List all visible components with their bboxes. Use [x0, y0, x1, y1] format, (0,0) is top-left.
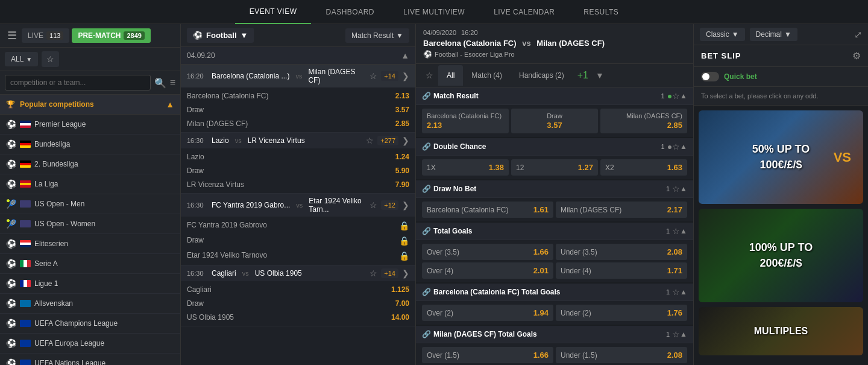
sidebar-item-us-open-men[interactable]: 🎾 US Open - Men: [0, 194, 180, 214]
odd-value[interactable]: 14.00: [391, 313, 409, 322]
odd-value[interactable]: 3.57: [395, 106, 409, 114]
bet-option[interactable]: 1X 1.38: [422, 159, 509, 176]
list-view-icon[interactable]: ≡: [170, 77, 175, 88]
match-expand-1[interactable]: ❯: [402, 71, 409, 81]
section-star-btn[interactable]: ☆: [672, 91, 680, 101]
odd-value[interactable]: 2.13: [395, 92, 409, 100]
nav-live-multiview[interactable]: LIVE MULTIVIEW: [389, 0, 479, 24]
sidebar-item-premier-league[interactable]: ⚽ Premier League: [0, 115, 180, 135]
match-row-1[interactable]: 16:20 Barcelona (Catalonia ...) vs Milan…: [181, 65, 415, 87]
sidebar-item-eliteserien[interactable]: ⚽ Eliteserien: [0, 234, 180, 254]
sidebar-item-serie-a[interactable]: ⚽ Serie A: [0, 254, 180, 274]
match-star-1[interactable]: ☆: [370, 71, 377, 81]
odd-label: Milan (DAGES CF): [187, 119, 248, 128]
flag-us-icon: [20, 200, 31, 208]
bet-opt-val: 1.76: [667, 308, 682, 317]
quick-bet-toggle[interactable]: [701, 72, 719, 81]
section-collapse-btn[interactable]: ▲: [680, 330, 687, 338]
search-icon[interactable]: 🔍: [154, 77, 166, 89]
odd-value[interactable]: 7.90: [395, 180, 409, 189]
bet-option[interactable]: Barcelona (Catalonia FC) 1.61: [422, 202, 553, 218]
bet-option[interactable]: Over (4) 2.01: [422, 262, 553, 279]
section-collapse-btn[interactable]: ▲: [680, 142, 687, 151]
match-expand-4[interactable]: ❯: [402, 268, 409, 278]
tab-chevron[interactable]: ▼: [593, 65, 606, 86]
bet-option[interactable]: X2 1.63: [600, 159, 687, 176]
sidebar-item-bundesliga[interactable]: ⚽ Bundesliga: [0, 135, 180, 154]
sidebar-item-ligue1[interactable]: ⚽ Ligue 1: [0, 274, 180, 294]
sidebar-item-laliga[interactable]: ⚽ La Liga: [0, 174, 180, 194]
section-collapse-btn[interactable]: ▲: [680, 185, 687, 193]
collapse-date-button[interactable]: ▲: [401, 51, 409, 60]
all-filter-button[interactable]: ALL ▼: [5, 52, 38, 66]
odd-value[interactable]: 1.125: [391, 285, 409, 294]
sidebar-item-bundesliga2[interactable]: ⚽ 2. Bundesliga: [0, 154, 180, 174]
bet-opt-name: Barcelona (Catalonia FC): [427, 112, 502, 119]
bet-option[interactable]: Barcelona (Catalonia FC) 2.13: [422, 109, 509, 133]
expand-icon[interactable]: ⤢: [854, 29, 862, 40]
section-collapse-btn[interactable]: ▲: [680, 92, 687, 100]
favorites-icon[interactable]: ☆: [42, 51, 59, 67]
prematch-button[interactable]: PRE-MATCH 2849: [72, 28, 151, 43]
odd-value[interactable]: 7.00: [395, 299, 409, 308]
match-row-3[interactable]: 16:30 FC Yantra 2019 Gabro... vs Etar 19…: [181, 194, 415, 217]
match-result-selector[interactable]: Match Result ▼: [345, 28, 409, 43]
bet-option[interactable]: Under (2) 1.76: [556, 305, 687, 321]
match-star-2[interactable]: ☆: [366, 136, 374, 145]
section-collapse-btn[interactable]: ▲: [680, 288, 687, 296]
tab-all[interactable]: All: [438, 65, 463, 86]
sidebar-item-allsvenskan[interactable]: ⚽ Allsvenskan: [0, 294, 180, 314]
live-button[interactable]: LIVE 113: [22, 28, 69, 43]
sidebar-item-ucl[interactable]: ⚽ UEFA Champions League: [0, 314, 180, 334]
section-star-btn[interactable]: ☆: [672, 287, 680, 297]
section-collapse-btn[interactable]: ▲: [680, 227, 687, 235]
section-info-btn[interactable]: ●: [667, 142, 672, 151]
match-row-4[interactable]: 16:30 Cagliari vs US Olbia 1905 ☆ +14 ❯: [181, 265, 415, 281]
league-name: Premier League: [34, 120, 174, 129]
bet-option[interactable]: Draw 3.57: [511, 109, 598, 133]
tab-handicaps[interactable]: Handicaps (2): [511, 65, 573, 86]
nav-event-view[interactable]: EVENT VIEW: [235, 0, 312, 24]
bet-opt-val: 2.17: [667, 205, 682, 214]
sidebar-item-unl[interactable]: ⚽ UEFA Nations League: [0, 354, 180, 365]
bet-option[interactable]: Over (3.5) 1.66: [422, 244, 553, 260]
sidebar-item-us-open-women[interactable]: 🎾 US Open - Women: [0, 214, 180, 234]
bet-option[interactable]: Under (3.5) 2.08: [556, 244, 687, 260]
bet-option[interactable]: Under (4) 1.71: [556, 262, 687, 279]
odd-value[interactable]: 2.85: [395, 119, 409, 128]
match-expand-3[interactable]: ❯: [402, 200, 409, 210]
bet-option[interactable]: Over (2) 1.94: [422, 305, 553, 321]
nav-dashboard[interactable]: DASHBOARD: [311, 0, 389, 24]
flag-eu-icon: [20, 320, 31, 327]
sidebar-menu-icon[interactable]: ☰: [5, 28, 19, 43]
collapse-popular-button[interactable]: ▲: [166, 100, 174, 109]
match-expand-2[interactable]: ❯: [402, 136, 409, 145]
bet-slip-settings-icon[interactable]: ⚙: [852, 50, 861, 62]
odd-value[interactable]: 1.24: [395, 153, 409, 161]
search-input[interactable]: [5, 75, 151, 90]
nav-live-calendar[interactable]: LIVE CALENDAR: [479, 0, 569, 24]
section-star-btn[interactable]: ☆: [672, 142, 680, 151]
sidebar-item-uel[interactable]: ⚽ UEFA Europa League: [0, 334, 180, 354]
odds-count-4: +14: [381, 268, 398, 278]
match-row-2[interactable]: 16:30 Lazio vs LR Vicenza Virtus ☆ +277 …: [181, 133, 415, 148]
section-info-btn[interactable]: ●: [667, 91, 672, 101]
sport-selector[interactable]: ⚽ Football ▼: [187, 28, 254, 43]
bet-option[interactable]: Over (1.5) 1.66: [422, 347, 553, 363]
section-star-btn[interactable]: ☆: [672, 184, 680, 194]
tab-star[interactable]: ☆: [421, 65, 438, 86]
section-star-btn[interactable]: ☆: [672, 226, 680, 236]
nav-results[interactable]: RESULTS: [569, 0, 633, 24]
section-star-btn[interactable]: ☆: [672, 329, 680, 339]
classic-selector[interactable]: Classic ▼: [700, 28, 745, 41]
bet-option[interactable]: Under (1.5) 2.08: [556, 347, 687, 363]
bet-option[interactable]: 12 1.27: [511, 159, 598, 176]
decimal-selector[interactable]: Decimal ▼: [750, 28, 797, 41]
bet-option[interactable]: Milan (DAGES CF) 2.85: [600, 109, 687, 133]
tab-match[interactable]: Match (4): [463, 65, 511, 86]
bet-option[interactable]: Milan (DAGES CF) 2.17: [556, 202, 687, 218]
odd-value[interactable]: 5.90: [395, 167, 409, 175]
tab-plus[interactable]: +1: [573, 64, 593, 87]
match-star-3[interactable]: ☆: [370, 200, 377, 210]
match-star-4[interactable]: ☆: [370, 268, 377, 278]
